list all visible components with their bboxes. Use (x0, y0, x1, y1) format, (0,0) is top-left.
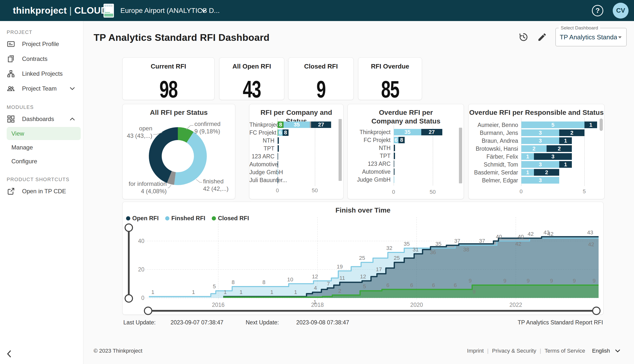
bar-segment-open (394, 168, 395, 175)
horizontal-slider-handle-right[interactable] (593, 307, 600, 314)
data-point-label: 9 (550, 278, 553, 284)
data-point-label: 19 (337, 264, 343, 270)
donut-callout-value: 4 (4,08%) (141, 188, 167, 194)
bar-row: 31 (521, 161, 572, 168)
imprint-link[interactable]: Imprint (467, 348, 484, 354)
project-thumbnail (104, 4, 114, 18)
bar-segment-finished: 6 (278, 130, 282, 136)
kpi-value: 43 (229, 76, 275, 103)
help-icon[interactable]: ? (592, 5, 603, 16)
chart-scrollbar[interactable] (459, 128, 462, 183)
sidebar-item-project-team[interactable]: Project Team (0, 81, 83, 96)
kpi-card-all-open-rfi: All Open RFI 43 (219, 58, 284, 100)
bar-row: 68 (278, 130, 288, 136)
bar-segment-open: 2 (559, 130, 584, 136)
vertical-slider-handle-bottom[interactable] (125, 295, 133, 302)
bar-category-label: Judge GmbH (348, 176, 391, 183)
sidebar-item-open-in-tp-cde[interactable]: Open in TP CDE (0, 184, 83, 199)
data-point-label: 40 (496, 234, 502, 240)
contracts-icon (7, 55, 15, 63)
last-update-value: 2023-09-07 07:38:47 (170, 319, 223, 326)
horizontal-slider-handle-left[interactable] (144, 307, 152, 314)
vertical-slider-handle-top[interactable] (125, 224, 133, 231)
kpi-value: 98 (135, 76, 201, 103)
kpi-label: RFI Overdue (358, 62, 422, 70)
bar-segment-finished: 3 (521, 137, 559, 144)
bar-category-label: Judge GmbH (249, 169, 274, 176)
bar-segment-open: 2 (534, 169, 559, 176)
axis-tick-label: 0 (520, 188, 523, 195)
axis-gridline (315, 118, 315, 186)
kpi-label: Closed RFI (288, 62, 354, 70)
bar-row (394, 160, 394, 167)
chart-scrollbar[interactable] (339, 119, 342, 181)
bar-category-label: Thinkproject (348, 129, 391, 136)
bar-row (394, 153, 395, 159)
section-heading-product-shortcuts: PRODUCT SHORTCUTS (7, 177, 83, 182)
data-point-label: 5 (213, 283, 216, 290)
bar-segment-open: 2 (547, 145, 572, 152)
data-point-label: 40 (518, 234, 524, 240)
bar-row: 32 (521, 130, 584, 136)
edit-icon[interactable] (537, 32, 547, 42)
bar-category-label: Färber, Felix (469, 154, 518, 160)
data-point-label: 5 (363, 283, 366, 290)
bar-segment-finished: 3 (521, 177, 559, 184)
axis-gridline (277, 118, 278, 186)
data-point-label: 9 (473, 288, 475, 295)
chevron-down-icon (69, 87, 75, 90)
bar-segment-confirmed: 8 (278, 122, 283, 128)
chevron-down-icon (615, 349, 620, 352)
bar-category-label: FC Projekt (249, 130, 274, 136)
bar-row: 13 (521, 153, 572, 160)
data-point-label: 1 (224, 289, 227, 295)
bar-segment-open: 27 (311, 122, 331, 128)
sidebar-subitem-view[interactable]: View (7, 127, 81, 140)
sidebar-subitem-manage[interactable]: Manage (0, 140, 83, 154)
sidebar-item-linked-projects[interactable]: Linked Projects (0, 66, 83, 81)
bar-row (278, 153, 278, 160)
sidebar-item-project-profile[interactable]: Project Profile (0, 36, 83, 52)
bar-category-label: Automotive (348, 168, 391, 175)
select-dashboard-dropdown[interactable]: Select Dashboard TP Analytics Standard R… (555, 28, 626, 46)
sidebar-subitem-configure[interactable]: Configure (0, 154, 83, 168)
bar-category-label: TPT (348, 153, 391, 159)
data-point-label: 42 (527, 231, 533, 237)
history-icon[interactable] (518, 32, 529, 42)
sidebar-item-contracts[interactable]: Contracts (0, 52, 83, 66)
kpi-label: Current RFI (123, 62, 214, 70)
chart-scrollbar[interactable] (599, 118, 603, 131)
brand-logo: thinkproject|CLOUD (13, 6, 108, 16)
privacy-link[interactable]: Privacy & Security (492, 348, 536, 354)
language-selector[interactable]: English (592, 348, 620, 354)
bar-segment-open: 27 (421, 129, 442, 135)
page-footer: © 2023 Thinkproject Imprint| Privacy & S… (94, 348, 620, 354)
collapse-sidebar-icon[interactable] (6, 350, 13, 358)
chevron-up-icon (69, 117, 75, 121)
data-point-label: 9 (469, 278, 472, 284)
bar-segment-open (278, 153, 278, 160)
terms-link[interactable]: Terms of Service (545, 348, 585, 354)
bar-row (394, 145, 395, 151)
data-point-label: 11 (339, 275, 345, 281)
bar-segment-open (394, 145, 395, 151)
bar-segment-finished: 3 (521, 130, 559, 136)
chart-title: Overdue RFI per Responsible and Status (469, 108, 604, 117)
axis-tick-label: 0 (392, 189, 395, 195)
page-title: TP Analytics Standard RFI Dashboard (94, 32, 269, 43)
topbar: thinkproject|CLOUD Europe Airport (ANALY… (0, 0, 634, 21)
bar-category-label: 123 ARC (348, 160, 391, 167)
project-selector[interactable]: Europe Airport (ANALYTICS D... (104, 0, 207, 21)
avatar[interactable]: CV (613, 3, 628, 18)
copyright: © 2023 Thinkproject (94, 348, 142, 354)
data-point-label: 4 (314, 285, 317, 291)
bar-category-label: FC Projekt (348, 137, 391, 144)
bar-category-label: NTH (249, 137, 274, 144)
bar-row (394, 168, 395, 175)
sidebar-item-dashboards[interactable]: Dashboards (0, 112, 83, 126)
bar-segment-finished (278, 169, 278, 176)
bar-segment-finished: 2 (521, 145, 547, 152)
data-point-label: 17 (376, 266, 382, 272)
x-axis-tick: 2016 (212, 302, 225, 308)
bar-row: 12 (521, 169, 559, 176)
